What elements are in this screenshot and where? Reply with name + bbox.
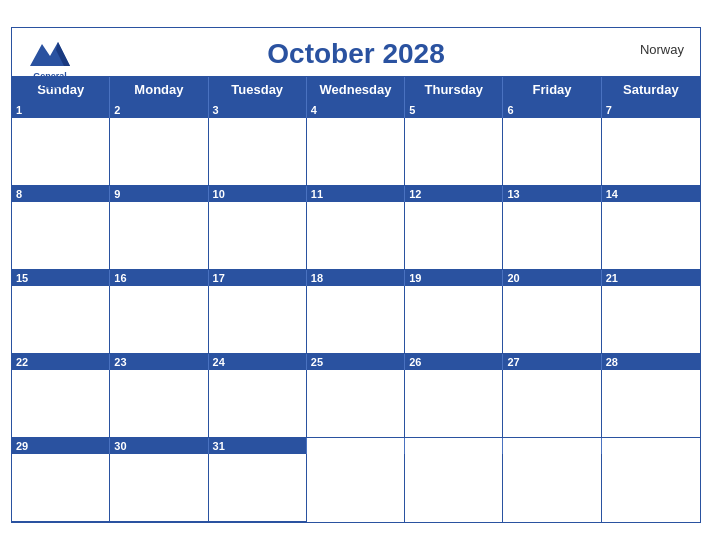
- calendar-body: Sunday Monday Tuesday Wednesday Thursday…: [12, 76, 700, 522]
- week-1-day-1: 2: [110, 102, 208, 118]
- week-3-day-2: 17: [209, 270, 307, 286]
- week-4-day-2: 24: [209, 354, 307, 370]
- logo-icon: [28, 36, 72, 72]
- header-wednesday: Wednesday: [307, 77, 405, 102]
- week-3-day-0: 15: [12, 270, 110, 286]
- week-3-cell-1: [110, 286, 208, 354]
- week-1-day-0: 1: [12, 102, 110, 118]
- week-2-cell-0: [12, 202, 110, 270]
- week-2-cell-3: [307, 202, 405, 270]
- week-1: 1 2 3 4 5 6 7: [12, 102, 700, 186]
- week-3-day-6: 21: [602, 270, 700, 286]
- week-5-cell-3: [307, 454, 405, 522]
- week-5-day-3: [307, 438, 405, 454]
- week-1-cell-0: [12, 118, 110, 186]
- week-5-day-5: [503, 438, 601, 454]
- week-4-dates-bar: 22 23 24 25 26 27 28: [12, 354, 700, 370]
- week-4-cell-3: [307, 370, 405, 438]
- week-4-day-5: 27: [503, 354, 601, 370]
- week-2-day-5: 13: [503, 186, 601, 202]
- week-1-cell-4: [405, 118, 503, 186]
- week-5-day-2: 31: [209, 438, 307, 454]
- week-2-dates-bar: 8 9 10 11 12 13 14: [12, 186, 700, 202]
- logo-blue: Blue: [40, 82, 60, 92]
- week-1-day-3: 4: [307, 102, 405, 118]
- week-2-day-3: 11: [307, 186, 405, 202]
- week-5-cell-0: [12, 454, 110, 522]
- week-3-cell-5: [503, 286, 601, 354]
- logo: General Blue: [28, 36, 72, 92]
- days-header: Sunday Monday Tuesday Wednesday Thursday…: [12, 77, 700, 102]
- calendar-title: October 2028: [267, 38, 444, 70]
- week-3-dates-bar: 15 16 17 18 19 20 21: [12, 270, 700, 286]
- calendar: General Blue October 2028 Norway Sunday …: [11, 27, 701, 523]
- header-thursday: Thursday: [405, 77, 503, 102]
- week-4-cell-2: [209, 370, 307, 438]
- week-3-day-5: 20: [503, 270, 601, 286]
- week-2-day-4: 12: [405, 186, 503, 202]
- week-2-cells: [12, 202, 700, 270]
- week-4-day-0: 22: [12, 354, 110, 370]
- week-1-cell-3: [307, 118, 405, 186]
- week-4-day-4: 26: [405, 354, 503, 370]
- week-1-dates-bar: 1 2 3 4 5 6 7: [12, 102, 700, 118]
- week-4-cells: [12, 370, 700, 438]
- week-5-day-4: [405, 438, 503, 454]
- week-2: 8 9 10 11 12 13 14: [12, 186, 700, 270]
- week-1-cell-6: [602, 118, 700, 186]
- week-2-cell-6: [602, 202, 700, 270]
- week-2-cell-4: [405, 202, 503, 270]
- week-5-cell-5: [503, 454, 601, 522]
- week-2-cell-5: [503, 202, 601, 270]
- week-3-cell-3: [307, 286, 405, 354]
- country-label: Norway: [640, 42, 684, 57]
- week-1-day-6: 7: [602, 102, 700, 118]
- week-4-cell-6: [602, 370, 700, 438]
- week-4: 22 23 24 25 26 27 28: [12, 354, 700, 438]
- week-4-cell-5: [503, 370, 601, 438]
- week-1-cell-2: [209, 118, 307, 186]
- week-1-day-5: 6: [503, 102, 601, 118]
- week-3-day-3: 18: [307, 270, 405, 286]
- week-4-day-3: 25: [307, 354, 405, 370]
- week-3: 15 16 17 18 19 20 21: [12, 270, 700, 354]
- header-saturday: Saturday: [602, 77, 700, 102]
- week-5-day-0: 29: [12, 438, 110, 454]
- week-3-cell-4: [405, 286, 503, 354]
- week-5-dates-bar: 29 30 31: [12, 438, 700, 454]
- week-3-day-1: 16: [110, 270, 208, 286]
- week-2-day-6: 14: [602, 186, 700, 202]
- week-2-day-1: 9: [110, 186, 208, 202]
- week-1-cell-5: [503, 118, 601, 186]
- week-2-cell-1: [110, 202, 208, 270]
- week-5-cell-6: [602, 454, 700, 522]
- week-4-day-6: 28: [602, 354, 700, 370]
- week-5-cell-2: [209, 454, 307, 522]
- week-5-cell-1: [110, 454, 208, 522]
- week-5-day-6: [602, 438, 700, 454]
- week-2-cell-2: [209, 202, 307, 270]
- calendar-header: General Blue October 2028 Norway: [12, 28, 700, 76]
- week-5: 29 30 31: [12, 438, 700, 522]
- header-monday: Monday: [110, 77, 208, 102]
- week-3-cells: [12, 286, 700, 354]
- week-5-cells: [12, 454, 700, 522]
- week-2-day-2: 10: [209, 186, 307, 202]
- week-3-cell-6: [602, 286, 700, 354]
- week-4-day-1: 23: [110, 354, 208, 370]
- week-4-cell-4: [405, 370, 503, 438]
- week-1-day-4: 5: [405, 102, 503, 118]
- week-1-cells: [12, 118, 700, 186]
- week-3-cell-0: [12, 286, 110, 354]
- header-tuesday: Tuesday: [209, 77, 307, 102]
- header-friday: Friday: [503, 77, 601, 102]
- week-4-cell-0: [12, 370, 110, 438]
- week-1-cell-1: [110, 118, 208, 186]
- week-3-day-4: 19: [405, 270, 503, 286]
- week-5-cell-4: [405, 454, 503, 522]
- week-2-day-0: 8: [12, 186, 110, 202]
- week-5-day-1: 30: [110, 438, 208, 454]
- week-3-cell-2: [209, 286, 307, 354]
- week-1-day-2: 3: [209, 102, 307, 118]
- week-4-cell-1: [110, 370, 208, 438]
